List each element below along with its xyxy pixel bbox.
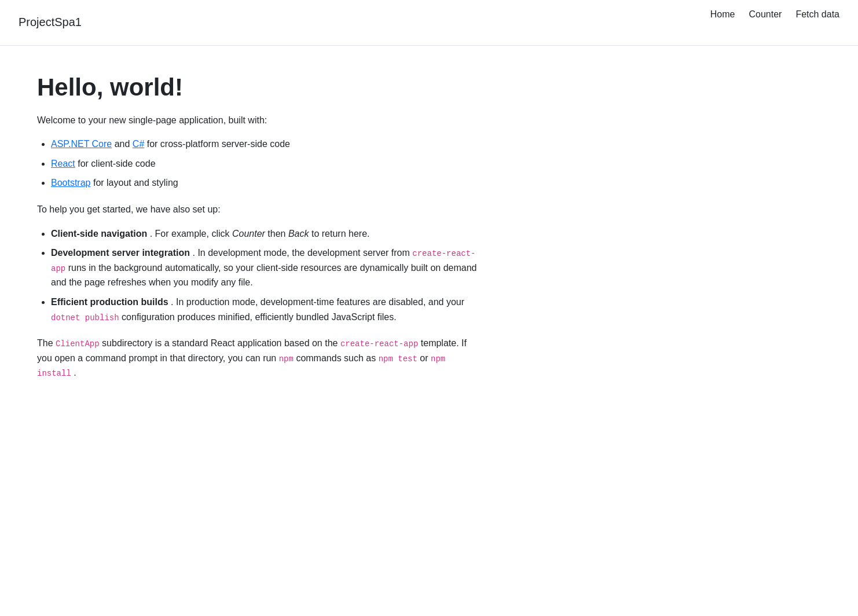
setup-item-navigation: Client-side navigation . For example, cl…	[51, 226, 484, 241]
intro-paragraph: Welcome to your new single-page applicat…	[37, 113, 484, 128]
built-with-item-react: React for client-side code	[51, 156, 484, 171]
setup-production-bold: Efficient production builds	[51, 297, 168, 307]
built-with-list: ASP.NET Core and C# for cross-platform s…	[37, 137, 484, 190]
setup-production-code: dotnet publish	[51, 313, 119, 322]
built-with-aspnet-rest: for cross-platform server-side code	[147, 139, 290, 149]
built-with-react-rest: for client-side code	[78, 159, 155, 168]
main-content: Hello, world! Welcome to your new single…	[0, 46, 521, 417]
footer-paragraph: The ClientApp subdirectory is a standard…	[37, 336, 484, 380]
setup-intro-paragraph: To help you get started, we have also se…	[37, 202, 484, 217]
setup-production-text1: . In production mode, development-time f…	[171, 297, 464, 307]
setup-navigation-text1: . For example, click	[150, 229, 232, 239]
navbar-link-fetchdata[interactable]: Fetch data	[795, 9, 839, 19]
setup-item-devserver: Development server integration . In deve…	[51, 245, 484, 290]
setup-item-production: Efficient production builds . In product…	[51, 295, 484, 324]
navbar: ProjectSpa1 Home Counter Fetch data	[0, 0, 858, 46]
footer-npm-test-code: npm test	[379, 354, 417, 364]
footer-text4: commands such as	[296, 353, 378, 363]
footer-npm-code: npm	[279, 354, 294, 364]
setup-devserver-bold: Development server integration	[51, 248, 190, 258]
navbar-item-home[interactable]: Home	[710, 7, 735, 22]
footer-text5: or	[420, 353, 431, 363]
built-with-bootstrap-rest: for layout and styling	[93, 178, 178, 188]
navbar-brand[interactable]: ProjectSpa1	[19, 16, 82, 29]
footer-text6: .	[74, 368, 76, 377]
setup-navigation-italic2: Back	[288, 229, 309, 239]
react-link[interactable]: React	[51, 159, 75, 168]
csharp-link[interactable]: C#	[133, 139, 144, 149]
built-with-separator: and	[115, 139, 133, 149]
built-with-item-aspnet: ASP.NET Core and C# for cross-platform s…	[51, 137, 484, 152]
footer-text2: subdirectory is a standard React applica…	[102, 338, 340, 348]
setup-devserver-text1: . In development mode, the development s…	[193, 248, 413, 258]
bootstrap-link[interactable]: Bootstrap	[51, 178, 90, 188]
setup-production-text2: configuration produces minified, efficie…	[122, 312, 397, 322]
setup-navigation-text2: then	[267, 229, 288, 239]
footer-text1: The	[37, 338, 56, 348]
setup-list: Client-side navigation . For example, cl…	[37, 226, 484, 325]
setup-navigation-bold: Client-side navigation	[51, 229, 147, 239]
setup-devserver-text2: runs in the background automatically, so…	[51, 263, 477, 288]
navbar-item-fetchdata[interactable]: Fetch data	[795, 7, 839, 22]
navbar-link-counter[interactable]: Counter	[749, 9, 782, 19]
setup-navigation-italic1: Counter	[232, 229, 265, 239]
built-with-item-bootstrap: Bootstrap for layout and styling	[51, 175, 484, 190]
navbar-link-home[interactable]: Home	[710, 9, 735, 19]
footer-create-react-app-code: create-react-app	[340, 339, 418, 349]
aspnet-core-link[interactable]: ASP.NET Core	[51, 139, 112, 149]
navbar-nav: Home Counter Fetch data	[696, 7, 839, 27]
setup-navigation-text3: to return here.	[311, 229, 370, 239]
page-heading: Hello, world!	[37, 74, 484, 101]
navbar-item-counter[interactable]: Counter	[749, 7, 782, 22]
footer-clientapp-code: ClientApp	[56, 339, 100, 349]
